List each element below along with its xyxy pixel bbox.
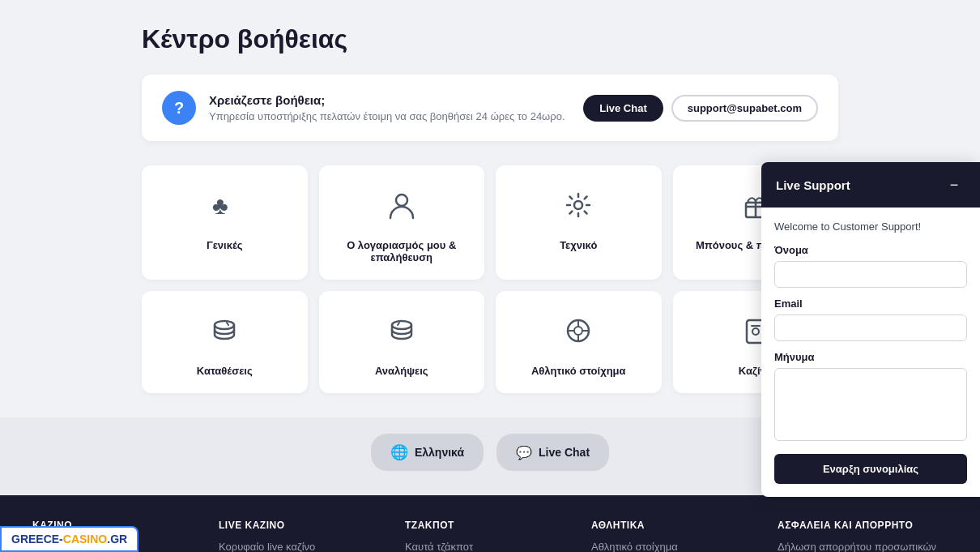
welcome-text: Welcome to Customer Support! xyxy=(774,220,967,233)
footer-links: ΚΑΖΙΝΟΚορυφαίαLIVE KAZINOΚορυφαίο live κ… xyxy=(0,495,980,552)
svg-point-5 xyxy=(392,321,411,329)
email-input[interactable] xyxy=(774,315,967,341)
svg-point-9 xyxy=(752,328,759,335)
language-button[interactable]: 🌐 Ελληνικά xyxy=(371,434,484,471)
language-label: Ελληνικά xyxy=(415,446,464,459)
globe-icon: 🌐 xyxy=(390,443,408,461)
message-textarea[interactable] xyxy=(774,368,967,441)
name-label: Όνομα xyxy=(774,244,967,256)
footer-link-3-0[interactable]: Αθλητικό στοίχημα xyxy=(591,541,761,552)
analipseis-label: Αναλήψεις xyxy=(375,365,428,377)
svg-point-1 xyxy=(396,195,407,206)
footer-col-heading-3: ΑΘΛΗΤΙΚΑ xyxy=(591,520,761,531)
live-chat-footer-button[interactable]: 💬 Live Chat xyxy=(496,434,609,471)
footer-link-4-0[interactable]: Δήλωση απορρήτου προσωπικών δε... xyxy=(778,541,948,552)
genikes-label: Γενικές xyxy=(207,239,243,251)
footer-col-2: ΤΖΑΚΠΟΤΚαυτά τζάκποτΝέα τζάκποτΚαθημεριν… xyxy=(405,520,575,552)
footer-col-heading-2: ΤΖΑΚΠΟΤ xyxy=(405,520,575,531)
footer-link-2-0[interactable]: Καυτά τζάκποτ xyxy=(405,541,575,552)
category-card-techniko[interactable]: Τεχνικό xyxy=(496,165,662,280)
help-subtext: Υπηρεσία υποστήριξης πελατών έτοιμη να σ… xyxy=(209,110,570,122)
panel-close-button[interactable]: − xyxy=(943,173,965,196)
panel-title: Live Support xyxy=(776,178,850,192)
athlitiko-icon xyxy=(563,315,594,353)
site-logo: GREECE-CASINO.GR xyxy=(0,526,138,552)
email-support-button[interactable]: support@supabet.com xyxy=(671,95,818,122)
footer-col-heading-4: ΑΣΦΑΛΕΙΑ ΚΑΙ ΑΠΟΡΡΗΤΟ xyxy=(778,520,948,531)
athlitiko-label: Αθλητικό στοίχημα xyxy=(531,365,626,377)
live-chat-footer-label: Live Chat xyxy=(539,446,590,459)
live-support-panel: Live Support − Welcome to Customer Suppo… xyxy=(761,162,980,497)
logariasmos-icon xyxy=(386,190,417,228)
email-label: Email xyxy=(774,297,967,310)
techniko-label: Τεχνικό xyxy=(560,239,597,251)
page-title: Κέντρο βοήθειας xyxy=(142,24,838,54)
name-input[interactable] xyxy=(774,261,967,288)
svg-point-7 xyxy=(574,327,582,335)
help-text: Χρειάζεστε βοήθεια; Υπηρεσία υποστήριξης… xyxy=(209,93,570,122)
footer-col-4: ΑΣΦΑΛΕΙΑ ΚΑΙ ΑΠΟΡΡΗΤΟΔήλωση απορρήτου πρ… xyxy=(778,520,948,552)
analipseis-icon xyxy=(386,315,417,353)
help-heading: Χρειάζεστε βοήθεια; xyxy=(209,93,570,107)
live-chat-button[interactable]: Live Chat xyxy=(583,95,663,122)
start-chat-button[interactable]: Εναρξη συνομιλίας xyxy=(774,454,967,484)
katatheseis-icon xyxy=(209,315,240,353)
category-card-analipseis[interactable]: Αναλήψεις xyxy=(319,291,485,393)
help-icon: ? xyxy=(162,91,196,125)
svg-point-4 xyxy=(215,321,234,329)
svg-text:♣: ♣ xyxy=(212,192,228,219)
categories-grid: ♣ΓενικέςΟ λογαριασμός μου & επαλήθευσηΤε… xyxy=(142,165,838,393)
footer-col-heading-1: LIVE KAZINO xyxy=(219,520,389,531)
message-label: Μήνυμα xyxy=(774,351,967,363)
category-card-athlitiko[interactable]: Αθλητικό στοίχημα xyxy=(496,291,662,393)
svg-point-2 xyxy=(574,201,582,209)
footer-link-1-0[interactable]: Κορυφαίο live καζίνο xyxy=(219,541,389,552)
category-card-katatheseis[interactable]: Καταθέσεις xyxy=(142,291,308,393)
logariasmos-label: Ο λογαριασμός μου & επαλήθευση xyxy=(335,239,469,263)
genikes-icon: ♣ xyxy=(209,190,240,228)
logo-text: GREECE-CASINO.GR xyxy=(11,533,127,546)
panel-header: Live Support − xyxy=(761,162,980,208)
footer-col-3: ΑΘΛΗΤΙΚΑΑθλητικό στοίχημαLive ΣτοίχημαΠο… xyxy=(591,520,761,552)
category-card-logariasmos[interactable]: Ο λογαριασμός μου & επαλήθευση xyxy=(319,165,485,280)
techniko-icon xyxy=(563,190,594,228)
chat-icon: 💬 xyxy=(516,445,532,460)
help-actions: Live Chat support@supabet.com xyxy=(583,95,818,122)
category-card-genikes[interactable]: ♣Γενικές xyxy=(142,165,308,280)
footer-col-1: LIVE KAZINOΚορυφαίο live καζίνοGold Salo… xyxy=(219,520,389,552)
panel-body: Welcome to Customer Support! Όνομα Email… xyxy=(761,208,980,497)
help-banner: ? Χρειάζεστε βοήθεια; Υπηρεσία υποστήριξ… xyxy=(142,75,838,141)
katatheseis-label: Καταθέσεις xyxy=(197,365,253,377)
